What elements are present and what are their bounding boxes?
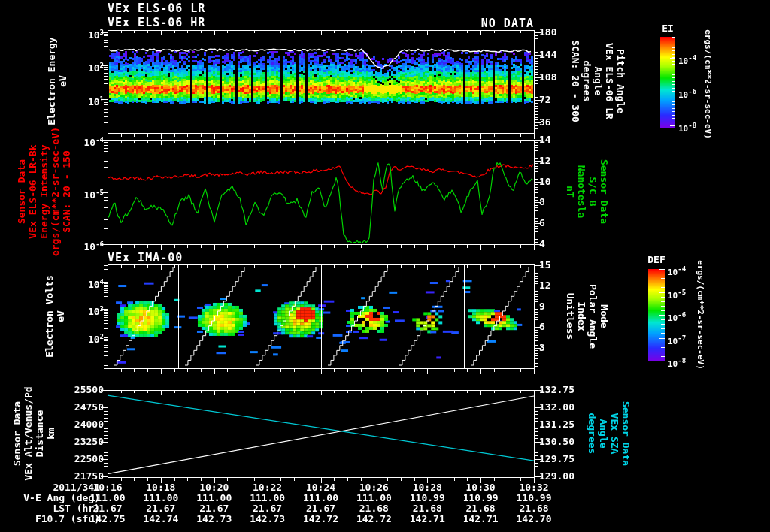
tick-label: 129.00 [539, 471, 574, 482]
axis-label-line: Angle [593, 66, 604, 95]
tick-label: 102 [6, 60, 104, 74]
colorbar-ei-unit: ergs/(cm**2-sr-sec-eV) [703, 29, 712, 139]
tick-label: 36 [539, 117, 551, 128]
tick-label: 8 [539, 197, 545, 207]
panel1-title-hr: VEx ELS-06 HR [108, 17, 205, 29]
tick-label: 22500 [6, 454, 104, 464]
panel1-title-lr: VEx ELS-06 LR [108, 2, 205, 14]
axis-label-line: Electron Energy [46, 37, 57, 125]
tick-label: 180 [539, 27, 556, 38]
tick-label: 12 [539, 156, 551, 166]
axis-label-line: S/C B [587, 177, 599, 206]
tick-label: 9 [539, 301, 545, 312]
tick-label: 103 [6, 304, 104, 317]
axis-label-line: degrees [581, 61, 593, 102]
axis-label-line: Sensor Data [599, 159, 610, 224]
tick-label: 108 [539, 72, 556, 83]
tick-label: 10-8 [668, 356, 686, 369]
tick-label: 132.75 [539, 385, 574, 395]
tick-label: 24000 [6, 419, 104, 430]
axis-label-line: Nanotesla [576, 165, 587, 218]
axis-label-line: SCAN: 20 - 300 [570, 40, 581, 122]
tick-label: 129.75 [539, 454, 574, 464]
tick-label: 15 [539, 260, 551, 271]
axis-label-line: VEx SZA [609, 413, 620, 455]
axis-label-line: Sensor Data [620, 401, 632, 466]
panel1-yleft-label: Electron EnergyeV [46, 37, 68, 125]
tick-label: 131.25 [539, 419, 574, 430]
tick-label: 132.00 [539, 402, 574, 413]
axis-label-line: nT [565, 186, 576, 198]
tick-label: 14 [539, 135, 551, 145]
plots-canvas [0, 0, 770, 532]
tick-label: 10-4 [678, 53, 696, 66]
tick-label: 10-6 [678, 87, 696, 100]
panel2-yright-label: Sensor DataS/C BNanoteslanT [565, 159, 610, 224]
tick-label: 10-6 [6, 239, 104, 252]
tick-label: 10-4 [6, 135, 104, 148]
tick-label: 103 [6, 27, 104, 41]
panel4-yright-label: Sensor DataVEx SZAAngledegrees [587, 401, 632, 466]
tick-label: 25500 [6, 385, 104, 395]
tick-label: 10-6 [668, 310, 686, 323]
tick-label: 101 [6, 94, 104, 107]
axis-label-line: Mode [599, 304, 610, 328]
tick-label: 21750 [6, 471, 104, 482]
axis-label-line: Angle [598, 419, 609, 448]
tick-label: 142.70 [500, 514, 568, 524]
axis-label-line: Pitch Angle [615, 49, 626, 113]
axis-label-line: Distance [34, 410, 45, 458]
tick-label: 12 [539, 280, 551, 291]
no-data-label: NO DATA [421, 17, 534, 29]
tick-label: 6 [539, 322, 545, 332]
colorbar-def-unit: ergs/(cm**2-sr-sec-eV) [696, 260, 705, 370]
tick-label: 110.99 [500, 493, 568, 503]
axis-label-line: Unitless [565, 293, 576, 340]
tick-label: 4 [539, 239, 545, 249]
tick-label: 144 [539, 50, 556, 60]
tick-label: 72 [539, 95, 551, 105]
tick-label: 10-7 [668, 334, 686, 346]
tick-label: 24750 [6, 402, 104, 413]
axis-label-line: degrees [587, 413, 598, 455]
tick-label: 10:32 [500, 482, 568, 493]
tick-label: 104 [6, 277, 104, 290]
tick-label: 10-8 [678, 121, 696, 134]
tick-label: 130.50 [539, 437, 574, 447]
axis-label-line: VEx ELS-06 LR [604, 43, 615, 119]
tick-label: 21.68 [500, 503, 568, 514]
tick-label: 102 [6, 331, 104, 345]
panel1-yright-label: Pitch AngleVEx ELS-06 LRAngledegreesSCAN… [570, 40, 626, 122]
axis-label-line: eV [57, 75, 68, 87]
axis-label-line: Polar Angle [587, 284, 599, 349]
tick-label: 10-4 [668, 264, 686, 277]
panel4-yleft-label: Sensor DataVEx Alt/Venus/PdDistancekm [11, 386, 56, 480]
panel3-yright-label: ModePolar AngleIndexUnitless [565, 284, 610, 349]
tick-label: 6 [539, 218, 545, 228]
tick-label: 10-5 [668, 288, 686, 301]
vex-data-plot: VEx ELS-06 LR VEx ELS-06 HR NO DATA VEx … [0, 0, 770, 532]
tick-label: 23250 [6, 437, 104, 447]
panel3-title: VEx IMA-00 [108, 252, 183, 264]
tick-label: 10 [539, 177, 551, 187]
colorbar-def-title: DEF [640, 255, 673, 265]
tick-label: 3 [539, 343, 545, 353]
tick-label: 10-5 [6, 187, 104, 201]
colorbar-ei-title: EI [657, 23, 678, 34]
axis-label-line: Index [576, 301, 587, 331]
axis-label-line: VEx Alt/Venus/Pd [23, 386, 34, 480]
